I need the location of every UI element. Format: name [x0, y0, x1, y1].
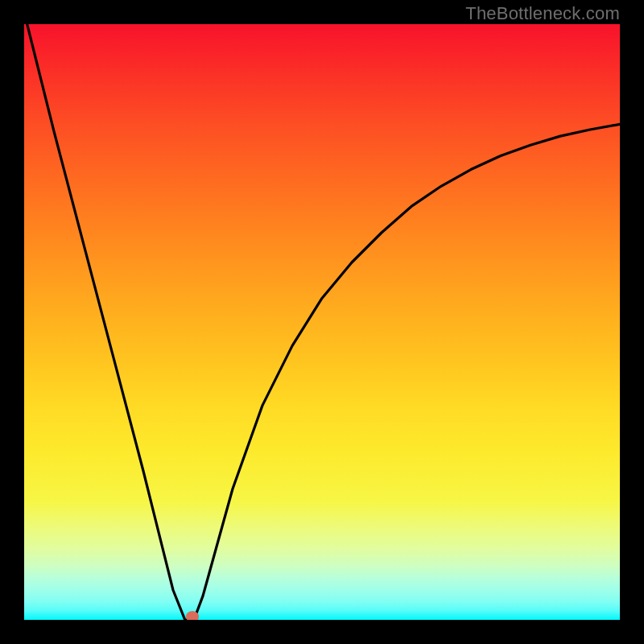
plot-area — [24, 24, 620, 620]
optimum-marker — [186, 611, 199, 620]
chart-frame: TheBottleneck.com — [0, 0, 644, 644]
bottleneck-curve — [24, 24, 620, 620]
watermark-text: TheBottleneck.com — [465, 3, 620, 24]
